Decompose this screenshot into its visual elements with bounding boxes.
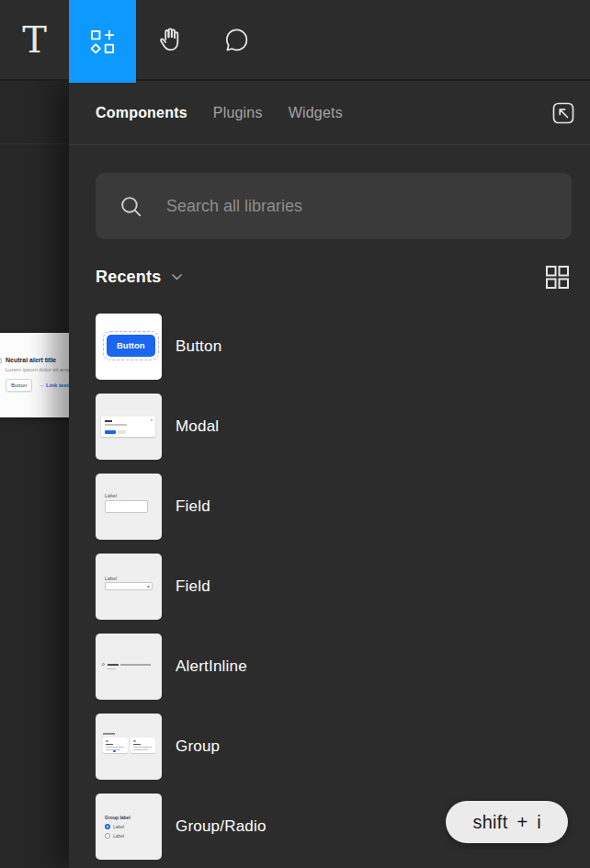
- content-area: i Neutral alert title Lorem ipsum dolor …: [0, 81, 590, 868]
- item-label: Group/Radio: [176, 817, 267, 836]
- canvas-alert-component[interactable]: i Neutral alert title Lorem ipsum dolor …: [0, 333, 72, 417]
- search-input[interactable]: [166, 197, 572, 216]
- recents-dropdown-label[interactable]: Recents: [96, 268, 161, 287]
- shortcut-badge: shift + i: [446, 801, 568, 843]
- components-panel: Components Plugins Widgets: [69, 81, 590, 868]
- toolbar: T: [0, 0, 590, 81]
- component-list: Button Button Modal: [69, 314, 590, 860]
- comment-tool-button[interactable]: [203, 0, 270, 79]
- list-item-field-input[interactable]: Label Field: [96, 474, 590, 540]
- thumbnail-field-input: Label: [96, 474, 162, 540]
- search-icon: [119, 194, 143, 219]
- alert-actions: Button → Link text: [6, 379, 72, 392]
- item-label: Field: [176, 577, 210, 596]
- assets-tool-button[interactable]: [69, 0, 136, 83]
- alert-button[interactable]: Button: [6, 379, 32, 392]
- mini-caret-icon: ▾: [147, 583, 150, 590]
- hand-icon: [155, 25, 185, 54]
- hand-tool-button[interactable]: [136, 0, 203, 79]
- thumbnail-group-radio: Group label Label Label: [96, 794, 162, 860]
- list-item-field-select[interactable]: Label ▾ Field: [96, 554, 590, 620]
- figma-app: T: [0, 0, 590, 868]
- mini-radio-selected: [105, 824, 110, 829]
- tab-components[interactable]: Components: [96, 105, 187, 121]
- panel-tabs: Components Plugins Widgets: [96, 105, 343, 121]
- list-item-alertinline[interactable]: AlertInline: [96, 634, 590, 700]
- chevron-down-icon[interactable]: [171, 273, 183, 281]
- comment-bubble-icon: [222, 26, 251, 54]
- item-label: Group: [176, 737, 220, 756]
- grid-view-toggle[interactable]: [544, 264, 570, 290]
- tab-plugins[interactable]: Plugins: [213, 105, 263, 121]
- tab-widgets[interactable]: Widgets: [289, 105, 343, 121]
- thumbnail-group: [96, 714, 162, 780]
- alert-body-text: Lorem ipsum dolor sit amet consect: [6, 367, 72, 372]
- list-item-modal[interactable]: Modal: [96, 394, 590, 460]
- item-label: Modal: [176, 417, 219, 436]
- item-label: AlertInline: [176, 657, 247, 676]
- thumbnail-alertinline: [96, 634, 162, 700]
- panel-header: Components Plugins Widgets: [69, 81, 590, 145]
- section-header: Recents: [96, 264, 570, 290]
- search-bar[interactable]: [96, 173, 572, 239]
- component-assets-icon: [88, 28, 117, 56]
- thumbnail-field-select: Label ▾: [96, 554, 162, 620]
- mini-radio-unselected: [105, 833, 110, 839]
- alert-title: Neutral alert title: [6, 357, 72, 363]
- item-label: Field: [176, 497, 210, 516]
- item-label: Button: [176, 337, 221, 356]
- list-item-button[interactable]: Button Button: [96, 314, 590, 380]
- thumbnail-modal: [96, 394, 162, 460]
- thumbnail-button: Button: [96, 314, 162, 380]
- text-tool-button[interactable]: T: [0, 0, 69, 79]
- grid-view-icon: [545, 265, 570, 290]
- text-tool-icon: T: [22, 21, 47, 58]
- open-panel-arrow-icon: [549, 98, 578, 128]
- info-circle-icon: i: [0, 358, 2, 364]
- mini-button-preview: Button: [107, 335, 155, 357]
- alert-link[interactable]: → Link text: [39, 383, 68, 388]
- open-panel-arrow-button[interactable]: [547, 97, 580, 130]
- list-item-group[interactable]: Group: [96, 714, 590, 780]
